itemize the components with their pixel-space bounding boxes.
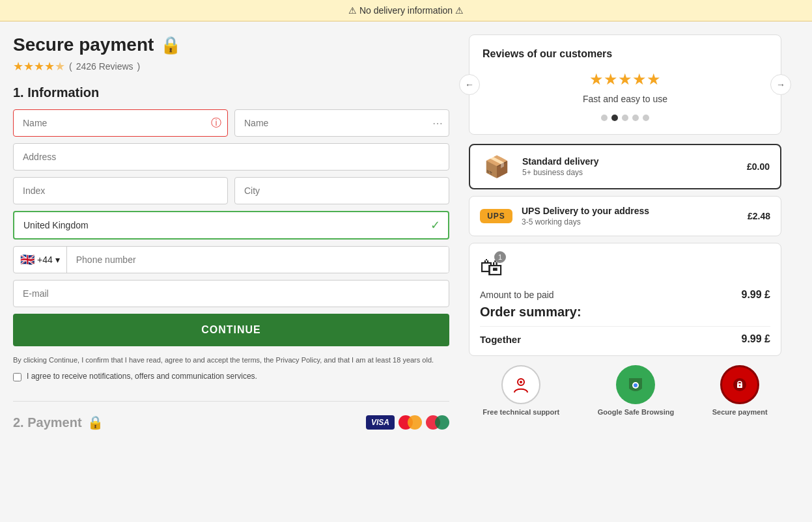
payment-title: 2. Payment 🔒 [13,415,104,430]
address-input[interactable] [13,143,449,171]
together-row: Together 9.99 £ [480,333,770,345]
review-stars: ★★★★★ [483,70,768,89]
mastercard-badge [399,415,422,430]
country-select[interactable]: United Kingdom United States Germany Fra… [13,211,449,240]
maestro-circle2 [435,415,449,430]
country-wrapper: United Kingdom United States Germany Fra… [13,211,449,240]
bag-wrapper: 🛍 1 [480,254,503,281]
email-row [13,280,449,307]
standard-delivery-days: 5+ business days [522,168,738,177]
review-prev-button[interactable]: ← [459,74,480,95]
svg-point-7 [739,385,740,386]
payment-cards: VISA [366,415,449,430]
ups-delivery: UPS UPS Delivery to your address 3-5 wor… [469,196,781,236]
standard-delivery-icon: 📦 [481,154,513,179]
menu-icon: ⋯ [432,117,443,130]
page-title: Secure payment 🔒 [13,34,449,55]
review-text: Fast and easy to use [483,94,768,104]
standard-delivery-name: Standard delivery [522,156,738,167]
city-input[interactable] [234,177,449,204]
google-safe-icon [616,365,655,404]
divider [480,326,770,327]
phone-input[interactable] [67,247,449,273]
phone-row: 🇬🇧 +44 ▾ [13,246,449,273]
flag-icon: 🇬🇧 [20,253,35,267]
together-value: 9.99 £ [742,333,770,345]
review-count: 2426 Reviews [76,61,133,72]
support-label: Free technical support [483,408,559,416]
dot-1[interactable] [601,115,608,121]
first-name-input[interactable] [13,109,228,137]
terms-text: By clicking Continue, I confirm that I h… [13,355,449,365]
dot-4[interactable] [632,115,639,121]
trust-support: Free technical support [483,365,559,416]
newsletter-checkbox-row: I agree to receive notifications, offers… [13,372,449,381]
section-1-title: 1. Information [13,85,449,100]
payment-section: 2. Payment 🔒 VISA [13,401,449,430]
bag-count-badge: 1 [494,251,506,263]
trust-google: Google Safe Browsing [598,365,674,416]
last-name-wrapper: ⋯ [234,109,449,137]
support-icon [501,365,540,404]
newsletter-checkbox[interactable] [13,373,21,381]
standard-delivery-price: £0.00 [747,161,770,172]
trust-secure: Secure payment [712,365,768,416]
phone-prefix-arrow: ▾ [55,254,60,265]
standard-delivery: 📦 Standard delivery 5+ business days £0.… [469,144,781,189]
standard-delivery-info: Standard delivery 5+ business days [522,156,738,177]
error-icon: ⓘ [211,117,221,130]
stars: ★★★★★ [13,59,65,74]
rating-text: ( [69,61,72,72]
address-row [13,143,449,171]
ups-delivery-days: 3-5 working days [522,217,738,227]
mc-yellow-circle [408,415,422,430]
google-safe-label: Google Safe Browsing [598,408,674,416]
email-wrapper [13,280,449,307]
first-name-wrapper: ⓘ [13,109,228,137]
continue-button[interactable]: CONTINUE [13,314,449,346]
banner-text: ⚠ No delivery information ⚠ [348,5,464,16]
email-input[interactable] [13,280,449,307]
last-name-input[interactable] [234,109,449,137]
ups-delivery-info: UPS Delivery to your address 3-5 working… [522,206,738,227]
trust-badges: Free technical support Google Safe Brows… [469,365,781,416]
name-row: ⓘ ⋯ [13,109,449,137]
address-wrapper [13,143,449,171]
svg-point-1 [520,381,522,383]
visa-badge: VISA [366,415,395,430]
stars-row: ★★★★★ (2426 Reviews) [13,59,449,74]
order-summary-card: 🛍 1 Amount to be paid 9.99 £ Order summa… [469,243,781,356]
maestro-badge [426,415,449,430]
amount-row: Amount to be paid 9.99 £ [480,289,770,301]
order-summary-title: Order summary: [480,305,770,320]
right-panel: Reviews of our customers ← → ★★★★★ Fast … [469,34,781,430]
top-banner: ⚠ No delivery information ⚠ [0,0,812,21]
dot-2[interactable] [611,115,618,121]
review-next-button[interactable]: → [770,74,791,95]
index-input[interactable] [13,177,228,204]
together-label: Together [480,334,521,345]
reviews-title: Reviews of our customers [483,48,768,60]
left-panel: Secure payment 🔒 ★★★★★ (2426 Reviews) 1.… [13,34,449,430]
phone-prefix[interactable]: 🇬🇧 +44 ▾ [14,247,67,273]
secure-payment-label: Secure payment [712,408,768,416]
ups-delivery-price: £2.48 [748,211,770,221]
index-city-row [13,177,449,204]
phone-prefix-text: +44 [37,254,53,265]
reviews-card: Reviews of our customers ← → ★★★★★ Fast … [469,34,781,135]
newsletter-label: I agree to receive notifications, offers… [27,372,257,381]
ups-delivery-icon: UPS [480,209,512,223]
lock-icon: 🔒 [160,35,181,55]
svg-point-3 [634,383,637,387]
dot-5[interactable] [643,115,649,121]
secure-payment-icon [720,365,759,404]
ups-delivery-name: UPS Delivery to your address [522,206,738,216]
payment-lock-icon: 🔒 [87,415,104,430]
city-wrapper [234,177,449,204]
dot-3[interactable] [622,115,628,121]
index-wrapper [13,177,228,204]
amount-label: Amount to be paid [480,290,554,300]
amount-value: 9.99 £ [742,289,770,301]
review-dots [483,115,768,121]
